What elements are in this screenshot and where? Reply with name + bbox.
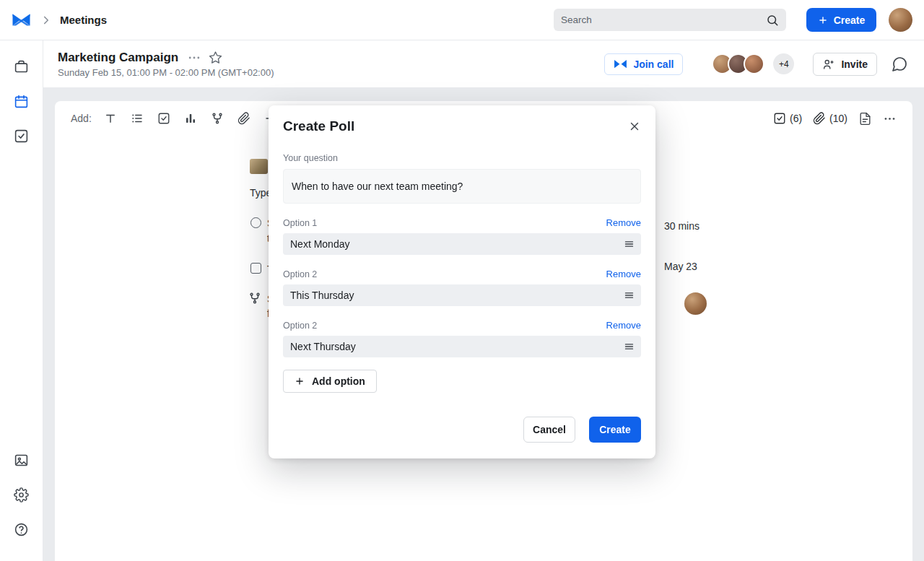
join-call-button[interactable]: Join call (604, 53, 683, 75)
bullet-list-icon[interactable] (131, 112, 144, 125)
tasks-count[interactable]: (6) (773, 112, 802, 125)
sidebar (0, 40, 43, 561)
call-logo-icon (614, 59, 627, 69)
chat-bubble-icon (891, 56, 908, 73)
meeting-header: Marketing Campaign Sunday Feb 15, 01:00 … (43, 40, 924, 87)
meeting-datetime: Sunday Feb 15, 01:00 PM - 02:00 PM (GMT+… (58, 67, 274, 78)
modal-title: Create Poll (283, 118, 354, 134)
help-icon (14, 522, 29, 537)
avatar-overflow-badge[interactable]: +4 (773, 53, 794, 74)
user-avatar[interactable] (889, 8, 912, 32)
page-title: Meetings (60, 14, 107, 26)
assignee-avatar[interactable] (684, 292, 707, 315)
add-label: Add: (71, 113, 92, 124)
notes-template-icon[interactable] (858, 112, 872, 126)
question-input[interactable] (283, 169, 641, 204)
poll-chart-icon[interactable] (184, 112, 197, 125)
meeting-title: Marketing Campaign (58, 51, 178, 65)
option-input[interactable] (283, 336, 641, 357)
more-options-icon[interactable] (187, 51, 201, 65)
create-poll-button[interactable]: Create (589, 417, 641, 443)
invite-button[interactable]: Invite (813, 53, 877, 76)
breadcrumb-chevron-icon (40, 14, 53, 27)
option-group: Option 1 Remove (283, 217, 641, 255)
question-label: Your question (283, 153, 641, 163)
remove-option-button[interactable]: Remove (606, 320, 641, 331)
search-box[interactable] (554, 9, 786, 31)
paperclip-icon (813, 112, 826, 125)
briefcase-icon (14, 59, 29, 74)
option-group: Option 2 Remove (283, 320, 641, 357)
sidebar-item-workspace[interactable] (7, 52, 36, 81)
drag-handle-icon[interactable] (624, 239, 635, 250)
app-logo-icon[interactable] (12, 13, 31, 27)
checkbox-icon[interactable] (157, 112, 170, 125)
cancel-button[interactable]: Cancel (523, 417, 575, 443)
poll-option-radio[interactable] (250, 217, 261, 228)
paperclip-icon[interactable] (237, 112, 250, 125)
image-icon (14, 453, 29, 468)
topbar: Meetings Create (0, 0, 924, 40)
sidebar-item-help[interactable] (7, 515, 36, 544)
add-option-button[interactable]: Add option (283, 370, 377, 393)
decision-branch-icon[interactable] (211, 112, 224, 125)
sidebar-item-tasks[interactable] (7, 121, 36, 150)
decision-branch-icon (248, 292, 261, 305)
create-button-label: Create (834, 14, 866, 26)
calendar-icon (14, 94, 29, 109)
attachments-count[interactable]: (10) (813, 112, 847, 125)
task-checkbox[interactable] (250, 263, 261, 274)
person-add-icon (822, 58, 835, 71)
create-poll-modal: Create Poll Your question Option 1 Remov… (269, 105, 655, 458)
invite-label: Invite (841, 58, 868, 70)
drag-handle-icon[interactable] (624, 290, 635, 301)
option-input[interactable] (283, 284, 641, 306)
task-check-icon (14, 129, 29, 144)
add-option-label: Add option (312, 375, 365, 387)
option-label: Option 1 (283, 218, 317, 228)
star-icon[interactable] (209, 51, 222, 64)
attachments-count-label: (10) (829, 113, 847, 124)
join-call-label: Join call (633, 58, 674, 70)
checkbox-icon (773, 112, 786, 125)
text-icon[interactable] (104, 112, 117, 125)
participant-avatar[interactable] (744, 53, 764, 74)
duration-value: 30 mins (664, 220, 699, 232)
tasks-count-label: (6) (790, 113, 802, 124)
remove-option-button[interactable]: Remove (606, 269, 641, 279)
plus-icon (818, 15, 828, 25)
option-label: Option 2 (283, 269, 317, 279)
drag-handle-icon[interactable] (624, 342, 635, 352)
sidebar-item-meetings[interactable] (7, 87, 36, 116)
inline-image[interactable] (250, 159, 268, 174)
search-icon[interactable] (766, 14, 779, 27)
option-input[interactable] (283, 233, 641, 255)
toolbar-more-icon[interactable] (883, 112, 897, 126)
create-button[interactable]: Create (806, 8, 876, 32)
sidebar-item-settings[interactable] (7, 480, 36, 509)
date-value: May 23 (664, 261, 697, 272)
plus-icon (295, 376, 305, 386)
option-group: Option 2 Remove (283, 269, 641, 306)
search-input[interactable] (561, 14, 766, 25)
option-label: Option 2 (283, 321, 317, 331)
remove-option-button[interactable]: Remove (606, 217, 641, 228)
gear-icon (14, 487, 29, 503)
participant-avatars (712, 53, 764, 74)
close-icon[interactable] (628, 120, 641, 133)
comments-button[interactable] (891, 55, 910, 74)
sidebar-item-boards[interactable] (7, 445, 36, 474)
